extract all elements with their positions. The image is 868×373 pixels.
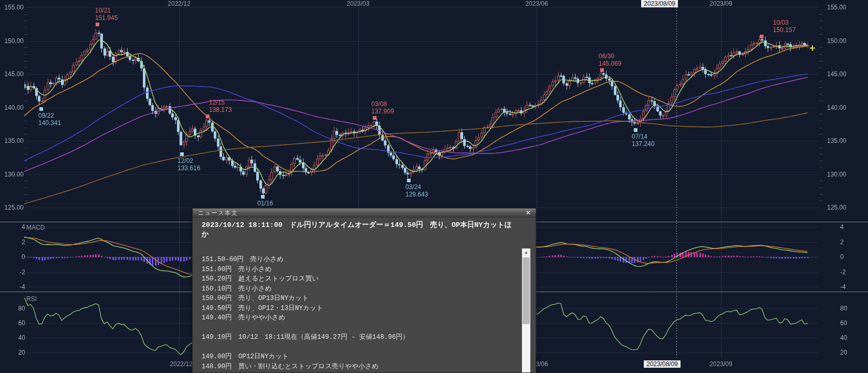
price-tick-right: 150.00	[827, 37, 846, 45]
dialog-title: ニュース本文	[198, 209, 238, 217]
macd-tick-left: -2	[4, 268, 25, 276]
macd-tick-right: -4	[840, 283, 846, 291]
swing-point-label: 03/08137.909	[371, 100, 394, 115]
swing-point-marker	[39, 107, 43, 111]
swing-point-label: 12/15138.173	[209, 99, 232, 113]
macd-tick-right: 2	[840, 239, 844, 246]
macd-panel-label: MACD	[26, 224, 45, 231]
top-axis-label: 2023/09	[709, 0, 732, 7]
swing-point-marker	[407, 179, 411, 182]
swing-point-label: 03/24129.643	[405, 183, 428, 198]
news-dialog: ニュース本文 ✕ 2023/10/12 18:11:00 ドル円リアルタイムオー…	[192, 208, 536, 373]
price-tick-left: 150.00	[1, 37, 24, 45]
top-axis-label: 2023/06	[525, 0, 548, 7]
rsi-tick-left: 20	[4, 349, 25, 356]
news-body-text: 151.50-60円 売り小さめ 151.00円 売り小さめ 150.20円 超…	[202, 255, 510, 372]
rsi-tick-right: 80	[840, 305, 847, 312]
bottom-axis-label: 2022/12	[170, 360, 192, 368]
price-tick-right: 125.00	[827, 204, 846, 211]
scroll-thumb[interactable]	[522, 257, 530, 324]
swing-point-marker	[206, 115, 210, 118]
price-tick-right: 145.00	[827, 70, 846, 78]
swing-point-label: 10/21151.945	[95, 7, 118, 22]
price-tick-right: 140.00	[827, 104, 846, 111]
scroll-up-icon[interactable]: ▲	[522, 248, 530, 256]
bottom-axis-label: 2023/09	[709, 360, 732, 368]
top-axis-label: 2023/03	[347, 0, 369, 7]
macd-tick-right: 4	[840, 223, 844, 231]
macd-tick-left: 2	[4, 239, 25, 246]
trading-chart-root: MACD RSI 2022/122023/032023/062023/08/09…	[0, 0, 868, 373]
swing-point-label: 07/14137.240	[632, 133, 654, 148]
swing-point-marker	[261, 195, 265, 199]
swing-point-label: 06/30145.069	[599, 53, 621, 67]
rsi-tick-left: 80	[4, 305, 25, 312]
price-tick-left: 125.00	[1, 204, 24, 211]
swing-point-marker	[634, 128, 637, 132]
price-tick-left: 130.00	[1, 171, 24, 178]
bottom-axis-label-selected: 2023/08/09	[644, 360, 681, 368]
top-axis-label-selected: 2023/08/09	[641, 0, 678, 7]
price-tick-right: 135.00	[827, 137, 846, 144]
price-tick-right: 130.00	[827, 171, 846, 178]
rsi-tick-left: 60	[4, 319, 25, 327]
rsi-tick-right: 40	[840, 334, 847, 341]
top-axis-label: 2022/12	[168, 0, 190, 7]
price-tick-left: 140.00	[1, 104, 24, 111]
rsi-panel-label: RSI	[26, 295, 37, 303]
news-headline: 2023/10/12 18:11:00 ドル円リアルタイムオーダー＝149.50…	[202, 220, 512, 239]
swing-point-label: 10/03150.157	[773, 19, 796, 34]
macd-tick-left: 0	[4, 253, 25, 261]
price-tick-left: 155.00	[1, 4, 24, 11]
rsi-tick-left: 40	[4, 334, 25, 341]
swing-point-marker	[96, 23, 99, 26]
close-icon[interactable]: ✕	[526, 209, 531, 217]
dialog-titlebar[interactable]: ニュース本文 ✕	[193, 209, 536, 217]
swing-point-marker	[760, 35, 764, 38]
macd-tick-left: -4	[4, 283, 25, 291]
rsi-tick-right: 20	[840, 349, 847, 356]
macd-tick-right: 0	[840, 253, 844, 261]
price-tick-left: 135.00	[1, 137, 24, 144]
swing-point-marker	[600, 68, 604, 72]
macd-tick-left: 4	[4, 223, 25, 231]
rsi-tick-right: 60	[840, 319, 847, 327]
swing-point-marker	[180, 152, 184, 156]
price-tick-left: 145.00	[1, 70, 24, 78]
swing-point-label: 12/02133.616	[177, 157, 200, 172]
swing-point-label: 09/22140.341	[38, 112, 61, 127]
scrollbar[interactable]: ▲	[522, 248, 530, 372]
price-tick-right: 155.00	[827, 4, 846, 11]
swing-point-marker	[373, 116, 377, 120]
macd-tick-right: -2	[840, 268, 846, 276]
